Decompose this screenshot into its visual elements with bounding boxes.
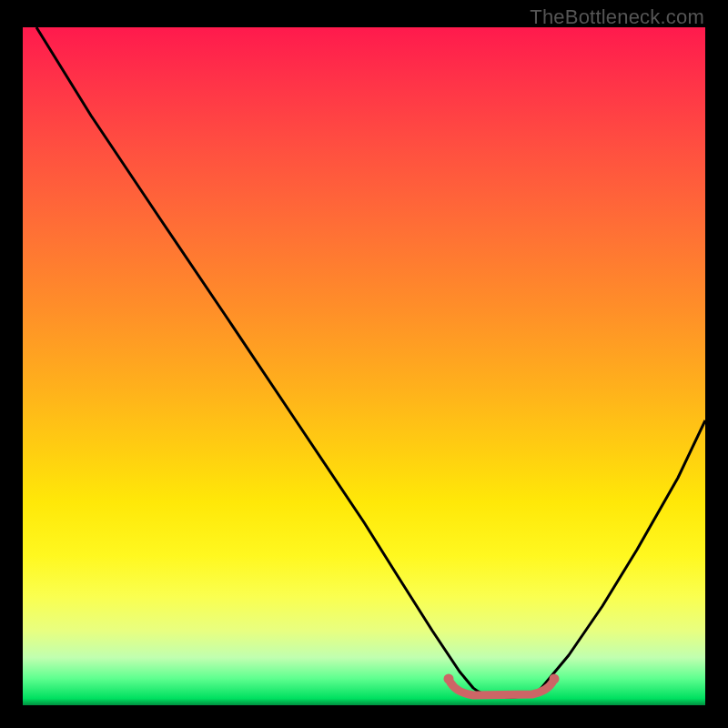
watermark-text: TheBottleneck.com xyxy=(530,5,704,29)
plot-area xyxy=(23,27,705,705)
bottleneck-curve xyxy=(36,27,705,697)
valley-highlight xyxy=(450,682,552,695)
valley-dot-right xyxy=(550,674,560,684)
chart-frame: TheBottleneck.com xyxy=(0,0,728,728)
valley-dot-left xyxy=(444,674,454,684)
curve-layer xyxy=(23,27,705,705)
